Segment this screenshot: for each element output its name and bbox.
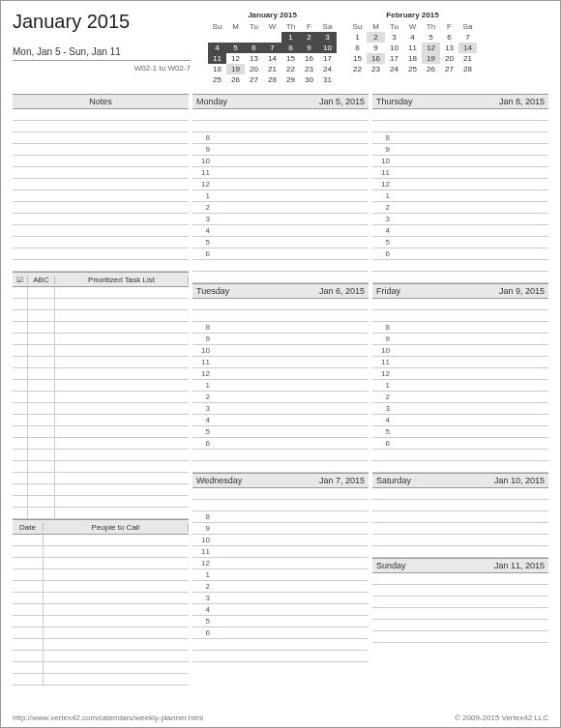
ruled-line[interactable] bbox=[13, 357, 189, 368]
task-area[interactable] bbox=[13, 287, 189, 519]
ruled-line[interactable] bbox=[13, 179, 189, 190]
hour-label: 11 bbox=[372, 358, 394, 366]
ruled-line[interactable] bbox=[13, 535, 189, 546]
day-header: SundayJan 11, 2015 bbox=[372, 558, 548, 573]
ruled-line[interactable] bbox=[13, 593, 189, 604]
ruled-line[interactable] bbox=[13, 248, 189, 260]
hour-label: 8 bbox=[192, 323, 214, 332]
ruled-line[interactable] bbox=[13, 627, 189, 639]
day-date: Jan 6, 2015 bbox=[319, 286, 365, 296]
day-name: Tuesday bbox=[196, 286, 229, 296]
ruled-line[interactable] bbox=[13, 558, 189, 569]
people-header: Date People to Call bbox=[13, 519, 189, 535]
day-body[interactable]: 89101112123456 bbox=[192, 109, 369, 283]
notes-label: Notes bbox=[89, 97, 112, 106]
hour-label: 2 bbox=[192, 203, 214, 212]
ruled-line[interactable] bbox=[13, 484, 189, 496]
ruled-line[interactable] bbox=[13, 581, 189, 593]
hour-label: 12 bbox=[192, 369, 214, 378]
header: January 2015 Mon, Jan 5 - Sun, Jan 11 W0… bbox=[13, 11, 548, 86]
hour-label: 6 bbox=[192, 628, 214, 637]
ruled-line[interactable] bbox=[13, 334, 189, 345]
ruled-line[interactable] bbox=[13, 426, 189, 438]
ruled-line[interactable] bbox=[13, 109, 189, 121]
hour-label: 11 bbox=[372, 168, 394, 177]
ruled-line[interactable] bbox=[13, 380, 189, 392]
ruled-line[interactable] bbox=[13, 156, 189, 167]
day-header: ThursdayJan 8, 2015 bbox=[372, 94, 548, 109]
mini-cal-title: February 2015 bbox=[348, 11, 477, 19]
ruled-line[interactable] bbox=[13, 569, 189, 581]
ruled-line[interactable] bbox=[13, 202, 189, 214]
ruled-line[interactable] bbox=[13, 403, 189, 415]
day-date: Jan 7, 2015 bbox=[319, 476, 365, 485]
hour-label: 9 bbox=[192, 335, 214, 343]
day-header: WednesdayJan 7, 2015 bbox=[192, 473, 369, 488]
people-date-col: Date bbox=[13, 523, 44, 532]
hour-label: 9 bbox=[372, 145, 394, 154]
page-title: January 2015 bbox=[13, 11, 196, 33]
ruled-line[interactable] bbox=[13, 604, 189, 616]
ruled-line[interactable] bbox=[13, 674, 189, 685]
ruled-line[interactable] bbox=[13, 121, 189, 132]
footer: http://www.vertex42.com/calendars/weekly… bbox=[13, 713, 548, 722]
ruled-line[interactable] bbox=[13, 415, 189, 426]
hour-label: 6 bbox=[192, 249, 214, 258]
ruled-line[interactable] bbox=[13, 214, 189, 225]
notes-area[interactable] bbox=[13, 109, 189, 272]
hour-label: 9 bbox=[372, 335, 394, 343]
hour-label: 12 bbox=[192, 559, 214, 568]
ruled-line[interactable] bbox=[13, 546, 189, 558]
hour-label: 1 bbox=[372, 381, 394, 390]
ruled-line[interactable] bbox=[13, 392, 189, 403]
ruled-line[interactable] bbox=[13, 345, 189, 357]
hour-label: 4 bbox=[372, 226, 394, 235]
day-body[interactable]: 89101112123456 bbox=[372, 109, 548, 283]
hour-label: 3 bbox=[192, 404, 214, 413]
mini-calendar: January 2015SuMTuWThFSa12345678910111213… bbox=[208, 11, 337, 86]
ruled-line[interactable] bbox=[13, 639, 189, 651]
ruled-line[interactable] bbox=[13, 190, 189, 202]
ruled-line[interactable] bbox=[13, 473, 189, 484]
ruled-line[interactable] bbox=[13, 167, 189, 179]
hour-label: 1 bbox=[192, 381, 214, 390]
hour-label: 11 bbox=[192, 358, 214, 366]
ruled-line[interactable] bbox=[13, 461, 189, 473]
ruled-line[interactable] bbox=[13, 450, 189, 461]
day-body[interactable]: 89101112123456 bbox=[192, 299, 369, 473]
ruled-line[interactable] bbox=[13, 438, 189, 450]
ruled-line[interactable] bbox=[13, 496, 189, 508]
hour-label: 2 bbox=[372, 393, 394, 401]
hour-label: 3 bbox=[192, 215, 214, 223]
hour-label: 12 bbox=[372, 180, 394, 189]
ruled-line[interactable] bbox=[13, 225, 189, 237]
ruled-line[interactable] bbox=[13, 616, 189, 627]
ruled-line[interactable] bbox=[13, 368, 189, 380]
hour-label: 5 bbox=[192, 427, 214, 436]
hour-label: 2 bbox=[192, 393, 214, 401]
footer-copyright: © 2009-2015 Vertex42 LLC bbox=[455, 713, 548, 722]
hour-label: 8 bbox=[372, 323, 394, 332]
ruled-line[interactable] bbox=[13, 287, 189, 299]
hour-label: 10 bbox=[192, 536, 214, 544]
day-name: Thursday bbox=[376, 97, 413, 106]
ruled-line[interactable] bbox=[13, 322, 189, 334]
ruled-line[interactable] bbox=[13, 662, 189, 674]
day-body[interactable] bbox=[372, 573, 548, 643]
day-body[interactable]: 89101112123456 bbox=[192, 488, 369, 662]
ruled-line[interactable] bbox=[13, 144, 189, 156]
ruled-line[interactable] bbox=[13, 651, 189, 662]
day-body[interactable]: 89101112123456 bbox=[372, 299, 548, 473]
ruled-line[interactable] bbox=[13, 310, 189, 322]
week-range: W02-1 to W02-7 bbox=[13, 64, 191, 73]
ruled-line[interactable] bbox=[13, 508, 189, 519]
ruled-line[interactable] bbox=[13, 260, 189, 272]
ruled-line[interactable] bbox=[13, 299, 189, 310]
hour-label: 5 bbox=[372, 427, 394, 436]
people-area[interactable] bbox=[13, 535, 189, 685]
ruled-line[interactable] bbox=[13, 237, 189, 248]
day-body[interactable] bbox=[372, 488, 548, 558]
ruled-line[interactable] bbox=[13, 132, 189, 144]
day-date: Jan 9, 2015 bbox=[499, 286, 545, 296]
task-abc-col: ABC bbox=[28, 276, 55, 284]
